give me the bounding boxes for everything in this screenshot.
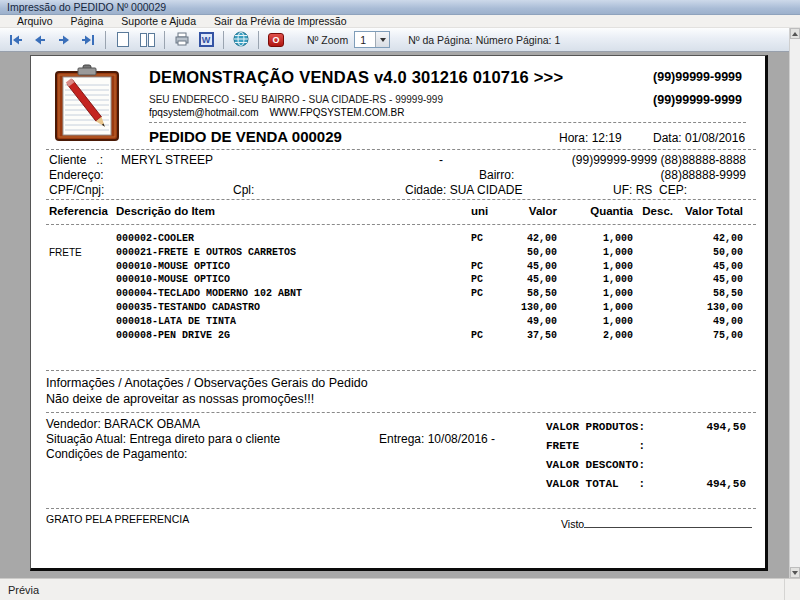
payment-terms-label: Condições de Pagamento:	[46, 447, 187, 461]
cpf-label: CPF/Cnpj:	[49, 183, 104, 197]
previous-page-icon	[33, 34, 47, 46]
header-descricao: Descrição do Item	[116, 205, 471, 217]
last-page-icon	[81, 34, 95, 46]
item-qty: 2,000	[557, 329, 633, 343]
item-ref	[49, 301, 116, 315]
uf-cep-value: UF: RS CEP:	[613, 183, 687, 197]
item-uni: PC	[471, 329, 511, 343]
print-button[interactable]	[171, 30, 193, 50]
table-row: 000008-PEN DRIVE 2G PC 37,50 2,000 75,00	[49, 329, 743, 343]
status-bar: Prévia	[0, 578, 800, 600]
customer-dash: -	[439, 153, 443, 167]
item-total: 58,50	[673, 287, 743, 301]
item-valor: 58,50	[511, 287, 557, 301]
header-valor: Valor	[511, 205, 557, 217]
printer-icon	[174, 32, 190, 48]
export-word-button[interactable]: W	[195, 30, 217, 50]
item-total: 75,00	[673, 329, 743, 343]
menu-suporte-ajuda[interactable]: Suporte e Ajuda	[112, 15, 205, 27]
item-desc: 000002-COOLER	[116, 232, 471, 246]
resize-grip[interactable]	[784, 579, 800, 600]
divider	[46, 508, 756, 509]
previous-page-button[interactable]	[29, 30, 51, 50]
close-preview-button[interactable]: O	[265, 30, 287, 50]
total-label: VALOR TOTAL :	[546, 475, 645, 494]
divider	[46, 370, 756, 371]
item-qty: 1,000	[557, 315, 633, 329]
item-disc	[633, 232, 673, 246]
item-uni	[471, 301, 511, 315]
notes-message: Não deixe de aproveitar as nossas promoç…	[46, 392, 314, 406]
single-page-view-button[interactable]	[112, 30, 134, 50]
menu-pagina[interactable]: Página	[62, 15, 113, 27]
last-page-button[interactable]	[77, 30, 99, 50]
total-row-frete: FRETE :	[546, 437, 746, 456]
status-info: Situação Atual: Entrega direto para o cl…	[46, 432, 280, 446]
zoom-select[interactable]: 1	[354, 31, 390, 48]
company-phone-1: (99)99999-9999	[653, 70, 742, 84]
order-date: Data: 01/08/2016	[653, 131, 745, 145]
signature-underline	[584, 518, 752, 528]
thanks-message: GRATO PELA PREFERENCIA	[46, 513, 189, 525]
item-uni	[471, 315, 511, 329]
first-page-button[interactable]	[5, 30, 27, 50]
total-label: VALOR DESCONTO:	[546, 456, 645, 475]
totals-block: VALOR PRODUTOS: 494,50 FRETE : VALOR DES…	[546, 418, 746, 494]
customer-name: MERYL STREEP	[121, 153, 213, 167]
divider	[149, 122, 746, 123]
next-page-button[interactable]	[53, 30, 75, 50]
toolbar-separator	[105, 31, 106, 49]
item-ref	[49, 287, 116, 301]
total-label: FRETE :	[546, 437, 645, 456]
vertical-scrollbar[interactable]	[789, 28, 800, 578]
item-valor: 50,00	[511, 246, 557, 260]
scroll-down-icon	[792, 571, 798, 575]
website-button[interactable]	[230, 30, 252, 50]
customer-row-1: Cliente .: MERYL STREEP - (99)99999-9999…	[31, 153, 769, 168]
item-desc: 000008-PEN DRIVE 2G	[116, 329, 471, 343]
item-qty: 1,000	[557, 260, 633, 274]
cpl-label: Cpl:	[233, 183, 254, 197]
item-ref	[49, 329, 116, 343]
item-total: 45,00	[673, 273, 743, 287]
menu-sair-previa[interactable]: Sair da Prévia de Impressão	[205, 15, 355, 27]
scroll-down-button[interactable]	[790, 567, 800, 578]
menu-arquivo[interactable]: Arquivo	[8, 15, 62, 27]
scroll-up-button[interactable]	[790, 28, 800, 39]
menu-bar: Arquivo Página Suporte e Ajuda Sair da P…	[0, 15, 800, 28]
header-referencia: Referencia	[49, 205, 116, 217]
item-qty: 1,000	[557, 246, 633, 260]
divider	[46, 199, 756, 200]
header-valor-total: Valor Total	[673, 205, 743, 217]
word-icon: W	[199, 32, 214, 47]
items-table: 000002-COOLER PC 42,00 1,000 42,00 FRETE…	[49, 232, 743, 342]
item-disc	[633, 287, 673, 301]
item-desc: 000021-FRETE E OUTROS CARRETOS	[116, 246, 471, 260]
toolbar: W O Nº Zoom 1 Nº da Página: Número Págin…	[0, 28, 789, 52]
order-title: PEDIDO DE VENDA 000029	[149, 128, 342, 145]
item-total: 130,00	[673, 301, 743, 315]
customer-phone-3: (88)88888-9999	[661, 168, 746, 182]
item-valor: 130,00	[511, 301, 557, 315]
zoom-dropdown-button[interactable]	[375, 32, 389, 47]
item-desc: 000010-MOUSE OPTICO	[116, 273, 471, 287]
company-logo	[53, 64, 121, 148]
two-page-view-button[interactable]	[136, 30, 158, 50]
city-value: Cidade: SUA CIDADE	[405, 183, 522, 197]
address-label: Endereço:	[49, 168, 104, 182]
total-value: 494,50	[706, 475, 746, 494]
customer-row-3: CPF/Cnpj: Cpl: Cidade: SUA CIDADE UF: RS…	[31, 183, 769, 198]
table-row: 000035-TESTANDO CADASTRO 130,00 1,000 13…	[49, 301, 743, 315]
item-qty: 1,000	[557, 232, 633, 246]
window-titlebar: Impressão do PEDIDO Nº 000029	[0, 0, 800, 15]
item-disc	[633, 246, 673, 260]
status-text: Prévia	[8, 584, 39, 596]
item-desc: 000004-TECLADO MODERNO 102 ABNT	[116, 287, 471, 301]
divider	[46, 412, 756, 413]
company-contacts: fpqsystem@hotmail.com WWW.FPQSYSTEM.COM.…	[149, 107, 412, 118]
visto-label: Visto	[561, 518, 584, 530]
notes-title: Informações / Anotações / Observações Ge…	[46, 376, 368, 390]
delivery-date: Entrega: 10/08/2016 -	[379, 432, 495, 446]
total-row-produtos: VALOR PRODUTOS: 494,50	[546, 418, 746, 437]
item-total: 42,00	[673, 232, 743, 246]
